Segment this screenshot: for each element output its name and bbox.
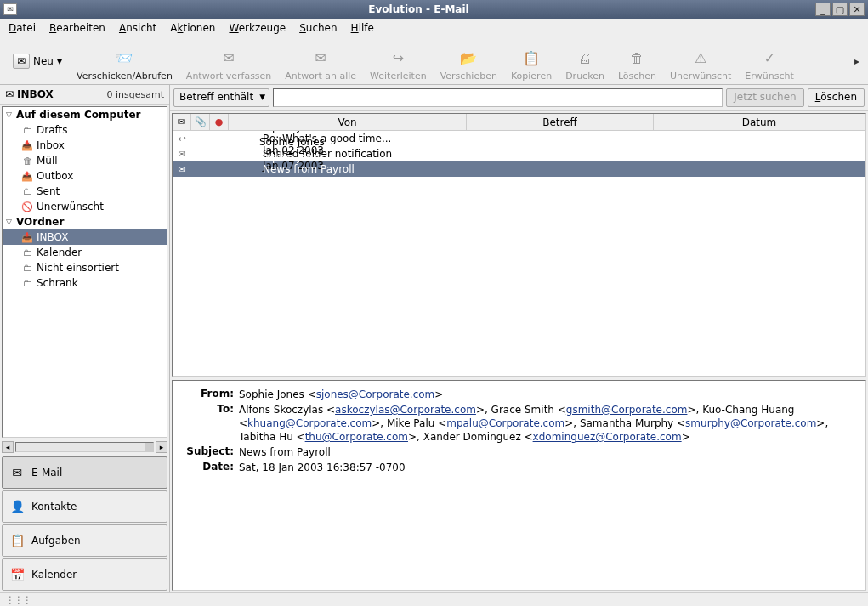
toolbtn-drucken: 🖨Drucken	[559, 39, 611, 83]
app-icon: ✉	[3, 3, 17, 15]
folder-count: 0 insgesamt	[106, 89, 164, 100]
minimize-button[interactable]: _	[815, 3, 831, 16]
search-bar: Betreff enthält ▼ Jetzt suchen Löschen	[170, 85, 868, 111]
tree-group[interactable]: ▽VOrdner	[3, 214, 167, 229]
col-mail-icon[interactable]: ✉	[173, 114, 191, 130]
tree-item-outbox[interactable]: 📤Outbox	[3, 168, 167, 184]
folder-tree[interactable]: ▽Auf diesem Computer🗀Drafts📥Inbox🗑Müll📤O…	[2, 106, 167, 438]
current-folder-name: INBOX	[17, 88, 54, 100]
mail-icon: ✉	[9, 465, 25, 480]
folder-icon: 🗀	[21, 125, 33, 135]
section-buttons: ✉E-Mail👤Kontakte📋Aufgaben📅Kalender	[0, 455, 169, 592]
toolbtn-icon: ↪	[388, 48, 408, 69]
envelope-icon: ✉	[5, 88, 14, 100]
tree-item-inbox[interactable]: 📥INBOX	[3, 229, 167, 245]
search-input[interactable]	[273, 88, 723, 107]
tree-item-müll[interactable]: 🗑Müll	[3, 153, 167, 168]
sidebar-scrollbar[interactable]: ◂ ▸	[2, 441, 167, 453]
section-e-mail[interactable]: ✉E-Mail	[2, 456, 167, 489]
tree-item-schrank[interactable]: 🗀Schrank	[3, 275, 167, 291]
tree-item-sent[interactable]: 🗀Sent	[3, 184, 167, 199]
date-label: Date:	[183, 461, 234, 474]
toolbtn-icon: ✓	[759, 48, 780, 69]
col-flag-icon[interactable]: ●	[210, 114, 229, 130]
window-title: Evolution - E-Mail	[22, 3, 815, 15]
recipient-email-link[interactable]: thu@Corporate.com	[305, 431, 408, 443]
tree-item-kalender[interactable]: 🗀Kalender	[3, 245, 167, 260]
recipient-email-link[interactable]: askoczylas@Corporate.com	[335, 404, 476, 416]
section-kontakte[interactable]: 👤Kontakte	[2, 490, 167, 523]
dropdown-arrow-icon: ▾	[57, 55, 62, 67]
date-value: Sat, 18 Jan 2003 16:38:57 -0700	[239, 461, 855, 474]
msg-status-icon: ↩	[173, 133, 191, 144]
junk-icon: 🚫	[21, 201, 33, 212]
new-label: Neu	[33, 55, 54, 67]
message-list[interactable]: ✉ 📎 ● Von Betreff Datum ↩Sophie Jones Re…	[172, 113, 866, 377]
recipient-email-link[interactable]: khuang@Corporate.com	[247, 417, 372, 429]
contacts-icon: 👤	[9, 499, 25, 514]
folder-icon: 🗀	[21, 278, 33, 288]
toolbtn-icon: ⚠	[690, 48, 711, 69]
toolbar-overflow-icon[interactable]: ▸	[851, 55, 863, 67]
scroll-left-icon[interactable]: ◂	[2, 441, 14, 453]
toolbtn-kopieren: 📋Kopieren	[504, 39, 559, 83]
recipient-email-link[interactable]: mpalu@Corporate.com	[446, 417, 564, 429]
message-row[interactable]: ✉Sophie Jones News from PayrollJan 18 20…	[173, 161, 865, 177]
search-go-button[interactable]: Jetzt suchen	[726, 88, 804, 107]
tree-item-unerwünscht[interactable]: 🚫Unerwünscht	[3, 199, 167, 214]
menu-suchen[interactable]: Suchen	[294, 20, 342, 36]
msg-date: Jan 18 2003	[259, 175, 463, 187]
toolbtn-antwort-verfassen: ✉Antwort verfassen	[179, 39, 278, 83]
scroll-right-icon[interactable]: ▸	[156, 441, 167, 453]
tree-item-inbox[interactable]: 📥Inbox	[3, 138, 167, 153]
chevron-down-icon: ▼	[259, 93, 265, 101]
search-clear-button[interactable]: Löschen	[808, 88, 865, 107]
from-label: From:	[183, 388, 234, 401]
tree-item-drafts[interactable]: 🗀Drafts	[3, 122, 167, 138]
menu-datei[interactable]: Datei	[3, 20, 41, 36]
search-filter-label: Betreff enthält	[179, 91, 253, 103]
col-from[interactable]: Von	[229, 114, 467, 130]
menu-ansicht[interactable]: Ansicht	[114, 20, 162, 36]
grip-icon: ⋮⋮⋮	[5, 594, 31, 606]
menu-aktionen[interactable]: Aktionen	[165, 20, 220, 36]
recipient-email-link[interactable]: xdominguez@Corporate.com	[533, 431, 682, 443]
from-email-link[interactable]: sjones@Corporate.com	[316, 388, 435, 400]
toolbtn-icon: 📋	[521, 48, 542, 69]
recipient-email-link[interactable]: gsmith@Corporate.com	[566, 404, 688, 416]
search-filter-dropdown[interactable]: Betreff enthält ▼	[173, 88, 269, 107]
tree-group[interactable]: ▽Auf diesem Computer	[3, 107, 167, 122]
toolbtn-verschicken-abrufen[interactable]: 📨Verschicken/Abrufen	[70, 39, 179, 83]
new-icon: ✉	[13, 54, 30, 69]
col-date[interactable]: Datum	[654, 114, 865, 130]
new-button[interactable]: ✉ Neu ▾	[5, 51, 70, 71]
from-value: Sophie Jones <sjones@Corporate.com>	[239, 388, 855, 401]
recipient-email-link[interactable]: smurphy@Corporate.com	[685, 417, 816, 429]
menu-hilfe[interactable]: Hilfe	[346, 20, 379, 36]
tasks-icon: 📋	[9, 533, 25, 548]
toolbtn-unerw-nscht: ⚠Unerwünscht	[663, 39, 738, 83]
toolbtn-weiterleiten: ↪Weiterleiten	[363, 39, 434, 83]
toolbtn-icon: 📂	[458, 48, 479, 69]
msg-subject: News from Payroll	[259, 163, 463, 175]
close-button[interactable]: ✕	[849, 3, 865, 16]
maximize-button[interactable]: ▢	[832, 3, 848, 16]
sidebar: ✉INBOX 0 insgesamt ▽Auf diesem Computer🗀…	[0, 85, 170, 592]
toolbtn-icon: ✉	[218, 48, 239, 69]
section-aufgaben[interactable]: 📋Aufgaben	[2, 524, 167, 557]
to-label: To:	[183, 403, 234, 444]
calendar-icon: 📅	[9, 567, 25, 582]
msg-status-icon: ✉	[173, 149, 191, 160]
section-kalender[interactable]: 📅Kalender	[2, 558, 167, 591]
to-value: Alfons Skoczylas <askoczylas@Corporate.c…	[239, 403, 855, 444]
tree-expander-icon: ▽	[6, 110, 14, 119]
tree-item-nicht-einsortiert[interactable]: 🗀Nicht einsortiert	[3, 260, 167, 275]
menu-werkzeuge[interactable]: Werkzeuge	[224, 20, 291, 36]
preview-pane: From: Sophie Jones <sjones@Corporate.com…	[172, 380, 866, 591]
toolbtn-erw-nscht: ✓Erwünscht	[738, 39, 800, 83]
toolbtn-icon: 🗑	[627, 48, 647, 69]
col-attach-icon[interactable]: 📎	[191, 114, 210, 130]
col-subject[interactable]: Betreff	[467, 114, 654, 130]
menu-bearbeiten[interactable]: Bearbeiten	[44, 20, 111, 36]
inbox-icon: 📥	[21, 232, 33, 242]
